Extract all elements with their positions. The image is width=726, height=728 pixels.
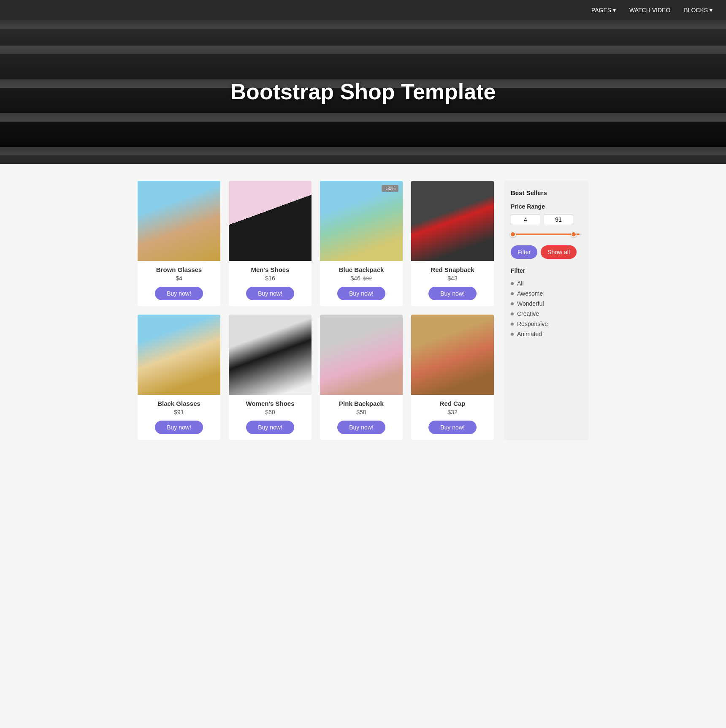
main-content: Brown Glasses$4Buy now!Men's Shoes$16Buy… (131, 164, 595, 457)
price-min-input[interactable] (511, 214, 540, 225)
product-img-visual-red-snapback (411, 181, 494, 261)
hero-section: Bootstrap Shop Template (0, 20, 726, 164)
product-price-red-snapback: $43 (447, 275, 457, 282)
buy-button-mens-shoes[interactable]: Buy now! (246, 287, 294, 300)
nav-pages[interactable]: PAGES ▾ (591, 7, 616, 14)
product-name-red-snapback: Red Snapback (431, 266, 474, 273)
product-grid: Brown Glasses$4Buy now!Men's Shoes$16Buy… (138, 181, 494, 440)
product-price-black-glasses: $91 (174, 409, 184, 416)
buy-button-womens-shoes[interactable]: Buy now! (246, 421, 294, 434)
show-all-button[interactable]: Show all (541, 245, 577, 259)
filter-dot (511, 282, 514, 285)
filter-label: Creative (517, 310, 539, 317)
filter-dot (511, 302, 514, 305)
navbar: PAGES ▾ WATCH VIDEO BLOCKS ▾ (0, 0, 726, 20)
product-original-price-blue-backpack: $92 (363, 275, 372, 282)
product-img-visual-womens-shoes (229, 315, 312, 395)
product-img-visual-red-cap (411, 315, 494, 395)
range-thumb-right[interactable] (571, 231, 577, 237)
product-img-visual-blue-backpack (320, 181, 403, 261)
filter-list: AllAwesomeWonderfulCreativeResponsiveAni… (511, 278, 582, 339)
product-image-red-cap (411, 315, 494, 395)
buy-button-brown-glasses[interactable]: Buy now! (155, 287, 203, 300)
price-range-label: Price Range (511, 203, 582, 210)
product-image-blue-backpack: -50% (320, 181, 403, 261)
price-inputs (511, 214, 582, 225)
product-image-brown-glasses (138, 181, 220, 261)
buy-button-red-cap[interactable]: Buy now! (428, 421, 477, 434)
filter-button[interactable]: Filter (511, 245, 537, 259)
product-img-visual-pink-backpack (320, 315, 403, 395)
filter-label: Responsive (517, 321, 548, 327)
product-price-womens-shoes: $60 (265, 409, 275, 416)
product-name-mens-shoes: Men's Shoes (251, 266, 289, 273)
product-card-womens-shoes: Women's Shoes$60Buy now! (229, 315, 312, 440)
product-card-brown-glasses: Brown Glasses$4Buy now! (138, 181, 220, 306)
product-img-visual-black-glasses (138, 315, 220, 395)
product-price-pink-backpack: $58 (356, 409, 366, 416)
range-fill (513, 234, 580, 235)
filter-dot (511, 323, 514, 326)
filter-label: Wonderful (517, 300, 544, 307)
filter-dot (511, 292, 514, 295)
buy-button-pink-backpack[interactable]: Buy now! (337, 421, 385, 434)
product-name-black-glasses: Black Glasses (157, 400, 200, 407)
sidebar-section-title: Best Sellers (511, 189, 582, 196)
filter-title: Filter (511, 267, 582, 274)
product-image-red-snapback (411, 181, 494, 261)
product-name-blue-backpack: Blue Backpack (339, 266, 384, 273)
product-card-red-snapback: Red Snapback$43Buy now! (411, 181, 494, 306)
filter-label: Animated (517, 331, 542, 337)
buy-button-blue-backpack[interactable]: Buy now! (337, 287, 385, 300)
product-name-womens-shoes: Women's Shoes (246, 400, 295, 407)
sidebar-buttons: Filter Show all (511, 245, 582, 259)
product-price-blue-backpack: $46$92 (350, 275, 372, 282)
filter-label: Awesome (517, 290, 543, 297)
product-image-mens-shoes (229, 181, 312, 261)
filter-item-creative[interactable]: Creative (511, 309, 582, 319)
range-slider (511, 230, 582, 239)
filter-dot (511, 333, 514, 336)
hero-title: Bootstrap Shop Template (230, 79, 496, 105)
buy-button-red-snapback[interactable]: Buy now! (428, 287, 477, 300)
product-name-pink-backpack: Pink Backpack (339, 400, 384, 407)
filter-item-all[interactable]: All (511, 278, 582, 288)
nav-blocks[interactable]: BLOCKS ▾ (684, 7, 712, 14)
product-price-brown-glasses: $4 (176, 275, 182, 282)
product-card-mens-shoes: Men's Shoes$16Buy now! (229, 181, 312, 306)
product-img-visual-mens-shoes (229, 181, 312, 261)
filter-dot (511, 312, 514, 315)
product-card-blue-backpack: -50%Blue Backpack$46$92Buy now! (320, 181, 403, 306)
product-card-pink-backpack: Pink Backpack$58Buy now! (320, 315, 403, 440)
product-image-pink-backpack (320, 315, 403, 395)
product-name-brown-glasses: Brown Glasses (156, 266, 202, 273)
product-image-black-glasses (138, 315, 220, 395)
range-thumb-left[interactable] (510, 231, 516, 237)
filter-item-awesome[interactable]: Awesome (511, 288, 582, 299)
product-img-visual-brown-glasses (138, 181, 220, 261)
filter-item-animated[interactable]: Animated (511, 329, 582, 339)
product-price-red-cap: $32 (447, 409, 457, 416)
sidebar: Best Sellers Price Range Filter Show all… (504, 181, 588, 440)
nav-watch-video[interactable]: WATCH VIDEO (629, 7, 670, 14)
filter-label: All (517, 280, 524, 287)
product-badge-blue-backpack: -50% (382, 185, 398, 192)
price-max-input[interactable] (544, 214, 573, 225)
product-image-womens-shoes (229, 315, 312, 395)
product-card-black-glasses: Black Glasses$91Buy now! (138, 315, 220, 440)
product-name-red-cap: Red Cap (440, 400, 466, 407)
filter-item-wonderful[interactable]: Wonderful (511, 299, 582, 309)
product-price-mens-shoes: $16 (265, 275, 275, 282)
buy-button-black-glasses[interactable]: Buy now! (155, 421, 203, 434)
filter-item-responsive[interactable]: Responsive (511, 319, 582, 329)
product-card-red-cap: Red Cap$32Buy now! (411, 315, 494, 440)
